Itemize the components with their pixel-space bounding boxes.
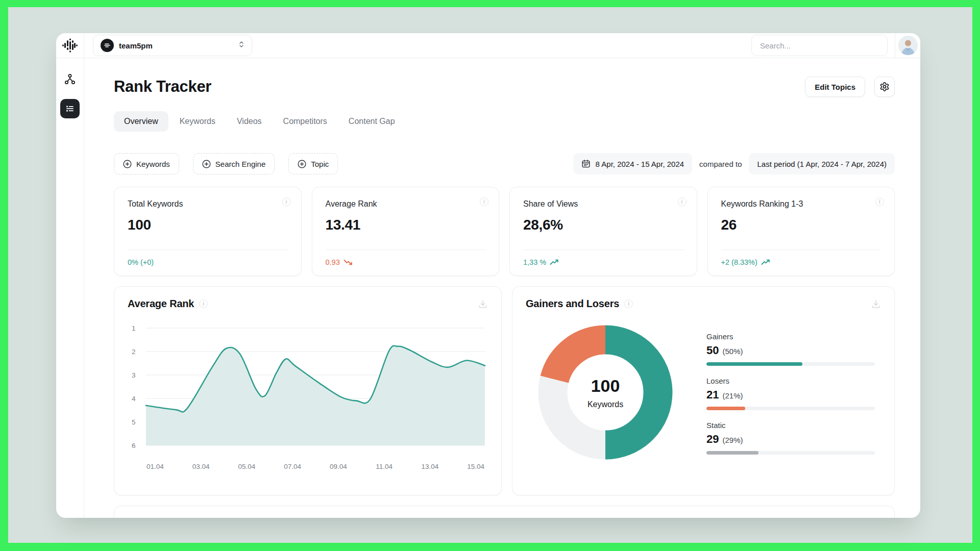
- stat-delta: 0.93: [326, 258, 353, 266]
- average-rank-line-chart: 12345601.0403.0405.0407.0409.0411.0413.0…: [128, 317, 488, 476]
- donut-content: 100 Keywords Gainers 50 (50%): [526, 315, 881, 465]
- top-bar: team5pm: [56, 33, 920, 58]
- legend-value: 21: [706, 388, 719, 402]
- svg-text:6: 6: [132, 442, 136, 449]
- tab-content-gap[interactable]: Content Gap: [338, 111, 405, 132]
- svg-text:13.04: 13.04: [421, 463, 438, 470]
- search-input[interactable]: [751, 35, 888, 56]
- divider: [721, 249, 881, 250]
- svg-text:07.04: 07.04: [284, 463, 301, 470]
- svg-text:11.04: 11.04: [376, 463, 393, 470]
- add-search-engine-filter-button[interactable]: Search Engine: [193, 153, 275, 174]
- stat-card-average-rank: Average Rank i 13.41 0.93: [312, 187, 500, 276]
- donut-legend: Gainers 50 (50%) Losers: [706, 332, 875, 465]
- settings-button[interactable]: [874, 77, 895, 97]
- stat-value: 100: [128, 217, 288, 233]
- chart-title: Average Rank: [128, 298, 194, 310]
- user-menu[interactable]: [895, 33, 920, 58]
- tab-overview[interactable]: Overview: [114, 111, 168, 132]
- compared-to-label: compared to: [699, 160, 742, 168]
- stat-cards-row: Total Keywords i 100 0% (+0) Average Ran…: [114, 187, 895, 276]
- date-range-label: 8 Apr, 2024 - 15 Apr, 2024: [596, 160, 684, 168]
- average-rank-chart-card: Average Rank i 12345601.0403.0405.0407.0…: [114, 286, 502, 495]
- chart-header: Gainers and Losers i: [526, 298, 881, 310]
- page-title: Rank Tracker: [114, 78, 211, 96]
- donut-total-label: Keywords: [587, 400, 623, 409]
- download-chart-button[interactable]: [871, 299, 881, 309]
- tab-videos[interactable]: Videos: [227, 111, 272, 132]
- download-icon: [871, 299, 881, 309]
- svg-text:09.04: 09.04: [330, 463, 347, 470]
- user-avatar[interactable]: [898, 36, 918, 55]
- stat-card-keywords-ranking-1-3: Keywords Ranking 1-3 i 26 +2 (8.33%): [707, 187, 895, 276]
- title-actions: Edit Topics: [805, 77, 895, 97]
- filter-label: Topic: [311, 160, 329, 168]
- desktop-background: team5pm: [8, 7, 972, 543]
- info-circle-icon[interactable]: i: [875, 197, 884, 206]
- info-circle-icon[interactable]: i: [624, 299, 633, 308]
- info-circle-icon[interactable]: i: [480, 197, 488, 206]
- svg-text:1: 1: [132, 324, 136, 332]
- legend-item-losers: Losers 21 (21%): [706, 377, 875, 410]
- legend-value: 50: [706, 344, 719, 357]
- soundwave-logo-icon: [62, 37, 78, 54]
- circle-plus-icon: [298, 160, 306, 168]
- calendar-icon: [581, 159, 591, 168]
- trend-arrow-icon: [344, 259, 353, 265]
- stat-card-share-of-views: Share of Views i 28,6% 1,33 %: [509, 187, 697, 276]
- app-logo[interactable]: [56, 33, 84, 58]
- svg-text:05.04: 05.04: [238, 463, 256, 470]
- stat-title: Keywords Ranking 1-3: [721, 199, 881, 209]
- gainers-losers-chart-card: Gainers and Losers i 100 Ke: [512, 286, 895, 495]
- sidebar-item-topics[interactable]: [60, 69, 80, 89]
- info-circle-icon[interactable]: i: [678, 197, 687, 206]
- legend-progress-fill: [706, 362, 802, 366]
- next-section-card-clipped: [114, 506, 895, 518]
- legend-item-static: Static 29 (29%): [706, 421, 875, 455]
- stat-title: Average Rank: [326, 199, 486, 209]
- legend-percent: (50%): [722, 347, 743, 356]
- svg-text:15.04: 15.04: [467, 463, 484, 470]
- info-circle-icon[interactable]: i: [199, 299, 208, 308]
- sidebar: [56, 58, 84, 518]
- legend-progress-track: [706, 407, 875, 410]
- trend-arrow-icon: [550, 259, 559, 265]
- stat-value: 13.41: [326, 217, 486, 233]
- download-chart-button[interactable]: [478, 299, 488, 309]
- stat-title: Total Keywords: [128, 199, 288, 209]
- gear-icon: [879, 81, 890, 92]
- charts-row: Average Rank i 12345601.0403.0405.0407.0…: [114, 286, 895, 495]
- user-avatar-image: [898, 36, 918, 55]
- legend-value: 29: [706, 433, 719, 446]
- date-range-picker[interactable]: 8 Apr, 2024 - 15 Apr, 2024: [573, 153, 692, 174]
- edit-topics-button[interactable]: Edit Topics: [805, 77, 865, 97]
- info-circle-icon[interactable]: i: [282, 197, 291, 206]
- tab-keywords[interactable]: Keywords: [169, 111, 226, 132]
- sitemap-icon: [64, 73, 76, 85]
- app-body: Rank Tracker Edit Topics: [56, 58, 920, 518]
- keywords-donut-chart: 100 Keywords: [538, 325, 673, 460]
- stat-delta: +2 (8.33%): [721, 258, 770, 266]
- legend-percent: (21%): [722, 391, 743, 400]
- svg-text:01.04: 01.04: [146, 463, 164, 470]
- donut-total-value: 100: [591, 376, 620, 396]
- legend-progress-track: [706, 362, 875, 366]
- add-keywords-filter-button[interactable]: Keywords: [114, 153, 179, 174]
- stat-title: Share of Views: [523, 199, 683, 209]
- legend-progress-fill: [706, 407, 745, 410]
- team-selector[interactable]: team5pm: [93, 35, 252, 56]
- legend-item-gainers: Gainers 50 (50%): [706, 332, 875, 366]
- chart-header: Average Rank i: [128, 298, 488, 310]
- team-logo: [101, 39, 114, 52]
- team-logo-glyph: [104, 42, 111, 49]
- stat-delta: 0% (+0): [128, 258, 154, 266]
- main-content: Rank Tracker Edit Topics: [84, 58, 920, 518]
- date-controls: 8 Apr, 2024 - 15 Apr, 2024 compared to L…: [573, 153, 895, 174]
- filter-label: Search Engine: [215, 160, 265, 168]
- download-icon: [478, 299, 488, 309]
- compare-period-picker[interactable]: Last period (1 Apr, 2024 - 7 Apr, 2024): [749, 153, 895, 174]
- add-topic-filter-button[interactable]: Topic: [288, 153, 338, 174]
- sidebar-item-rank-tracker[interactable]: [60, 99, 80, 118]
- legend-progress-track: [706, 451, 875, 455]
- tab-competitors[interactable]: Competitors: [273, 111, 337, 132]
